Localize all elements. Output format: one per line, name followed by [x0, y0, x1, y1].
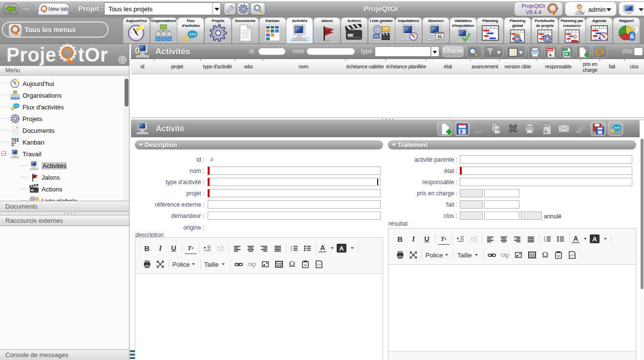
- svg-text:w: w: [557, 254, 560, 257]
- svg-text:<>: <>: [570, 254, 574, 257]
- svg-text:PDF: PDF: [548, 48, 554, 51]
- svg-text:?: ?: [121, 57, 124, 63]
- svg-text:3: 3: [544, 240, 545, 242]
- svg-text:<>: <>: [317, 263, 321, 266]
- svg-text:PDF: PDF: [543, 124, 549, 127]
- svg-text:3: 3: [291, 249, 292, 252]
- svg-text:CSV: CSV: [563, 48, 567, 51]
- svg-text:w: w: [304, 263, 307, 267]
